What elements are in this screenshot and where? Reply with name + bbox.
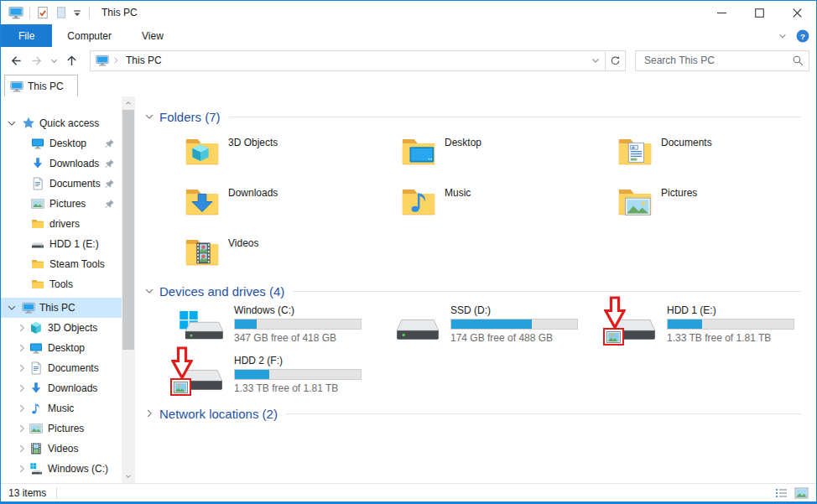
sidebar-item-documents[interactable]: Documents <box>1 358 122 378</box>
sidebar-section-label: Quick access <box>39 117 99 129</box>
group-header-folders[interactable]: Folders (7) <box>143 108 808 125</box>
chevron-right-icon[interactable] <box>16 322 28 334</box>
sidebar-item-downloads[interactable]: Downloads <box>1 153 122 174</box>
sidebar-scrollbar[interactable] <box>122 96 135 483</box>
search-box[interactable] <box>635 50 809 71</box>
sidebar-item-desktop[interactable]: Desktop <box>1 133 122 153</box>
refresh-button[interactable] <box>606 50 626 71</box>
address-dropdown[interactable] <box>586 55 605 65</box>
folder-icon <box>31 257 44 271</box>
navigation-pane: Quick accessDesktopDownloadsDocumentsPic… <box>1 96 135 483</box>
sidebar-section-this-pc[interactable]: This PC <box>1 298 122 318</box>
chevron-down-icon[interactable] <box>6 117 18 129</box>
scroll-down-button[interactable] <box>122 470 135 483</box>
folder-tile-documents[interactable]: Documents <box>586 130 803 180</box>
chevron-down-icon[interactable] <box>6 302 18 314</box>
ribbon-tab-view[interactable]: View <box>127 24 179 47</box>
chevron-right-icon[interactable] <box>16 382 28 394</box>
sidebar-item-label: Documents <box>49 178 101 190</box>
sidebar-item-desktop[interactable]: Desktop <box>1 338 122 358</box>
sidebar-item-hdd-1-e[interactable]: HDD 1 (E:) <box>1 234 122 254</box>
folder-tile-pictures[interactable]: Pictures <box>586 180 803 231</box>
details-view-button[interactable] <box>774 486 788 500</box>
drive-icon-wrap <box>611 303 658 348</box>
scrollbar-thumb[interactable] <box>122 110 134 350</box>
window-title: This PC <box>101 7 138 18</box>
folder-tile-downloads[interactable]: Downloads <box>154 180 370 231</box>
picture-badge-icon <box>606 331 621 343</box>
capacity-bar <box>234 319 362 330</box>
new-folder-quick-icon[interactable] <box>55 6 68 19</box>
drive-icon <box>395 309 440 345</box>
forward-button[interactable] <box>29 54 44 68</box>
help-icon[interactable]: ? <box>796 29 809 43</box>
up-button[interactable] <box>65 54 79 68</box>
chevron-right-icon[interactable] <box>16 403 28 414</box>
drive-tile-hdd-2-f[interactable]: HDD 2 (F:)1.33 TB free of 1.81 TB <box>154 353 370 403</box>
search-icon[interactable] <box>792 55 804 66</box>
folder-tile-desktop[interactable]: Desktop <box>370 130 586 180</box>
maximize-button[interactable] <box>741 1 778 24</box>
cube-icon <box>29 321 43 335</box>
sidebar-item-music[interactable]: Music <box>1 398 122 418</box>
drive-tile-ssd-d[interactable]: SSD (D:)174 GB free of 488 GB <box>370 303 586 353</box>
sidebar-item-pictures[interactable]: Pictures <box>1 194 122 214</box>
group-header-network-locations[interactable]: Network locations (2) <box>143 405 808 422</box>
group-header-line <box>293 291 801 292</box>
back-arrow-icon <box>9 54 23 68</box>
sidebar-item-drivers[interactable]: drivers <box>1 214 122 234</box>
sidebar-item-videos[interactable]: Videos <box>1 439 122 459</box>
ribbon-tab-computer[interactable]: Computer <box>52 24 127 47</box>
sidebar-item-windows-c[interactable]: Windows (C:) <box>1 459 122 479</box>
sidebar-section-quick-access[interactable]: Quick access <box>1 113 122 133</box>
back-button[interactable] <box>9 54 23 68</box>
recent-locations-dropdown[interactable] <box>49 56 59 65</box>
minimize-button[interactable] <box>703 1 741 24</box>
folder-tile-3d-objects[interactable]: 3D Objects <box>154 130 370 180</box>
folder-tile-label: Pictures <box>661 187 697 199</box>
sidebar-item-documents[interactable]: Documents <box>1 174 122 194</box>
chevron-right-icon[interactable] <box>143 408 155 419</box>
sidebar-item-pictures[interactable]: Pictures <box>1 418 122 439</box>
sidebar-item-label: Windows (C:) <box>48 463 108 475</box>
chevron-down-icon[interactable] <box>143 285 155 297</box>
folder-tile-videos[interactable]: Videos <box>154 231 370 281</box>
title-bar: This PC <box>1 1 816 24</box>
ribbon-tab-file[interactable]: File <box>1 24 52 47</box>
sidebar-item-3d-objects[interactable]: 3D Objects <box>1 318 122 338</box>
sidebar-item-tools[interactable]: Tools <box>1 274 122 294</box>
chevron-down-icon[interactable] <box>143 111 155 122</box>
status-separator <box>56 487 57 499</box>
group-header-devices-and-drives[interactable]: Devices and drives (4) <box>143 283 808 299</box>
collapse-ribbon-chevron-icon[interactable] <box>778 31 788 41</box>
chevron-right-icon[interactable] <box>16 423 28 434</box>
forward-arrow-icon <box>29 54 44 68</box>
scroll-up-button[interactable] <box>122 96 135 110</box>
drive-tile-hdd-1-e[interactable]: HDD 1 (E:)1.33 TB free of 1.81 TB <box>586 303 803 353</box>
sidebar-item-downloads[interactable]: Downloads <box>1 378 122 398</box>
sidebar-item-steam-tools[interactable]: Steam Tools <box>1 254 122 274</box>
sidebar-item-label: drivers <box>49 218 80 230</box>
group-title: Devices and drives (4) <box>159 284 284 299</box>
sidebar-item-label: Desktop <box>48 342 85 354</box>
explorer-tab-this-pc[interactable]: This PC <box>4 75 78 96</box>
drive-tile-windows-c[interactable]: Windows (C:)347 GB free of 418 GB <box>154 303 370 353</box>
search-input[interactable] <box>643 54 792 67</box>
drive-name: SSD (D:) <box>450 304 578 316</box>
chevron-right-icon[interactable] <box>16 342 28 354</box>
chevron-right-icon[interactable] <box>16 463 28 475</box>
breadcrumb-chevron-icon[interactable] <box>111 55 121 65</box>
breadcrumb[interactable]: This PC <box>126 55 162 66</box>
properties-quick-icon[interactable] <box>36 6 49 19</box>
free-space-text: 174 GB free of 488 GB <box>450 332 578 344</box>
large-icons-view-button[interactable] <box>794 486 809 500</box>
sidebar-item-label: Steam Tools <box>49 258 105 270</box>
customize-qat-dropdown-icon[interactable] <box>71 7 83 18</box>
chevron-right-icon[interactable] <box>16 362 28 374</box>
download-icon <box>31 157 44 170</box>
address-bar[interactable]: This PC <box>90 50 606 71</box>
chevron-right-icon[interactable] <box>16 443 28 455</box>
red-arrow-annotation <box>171 346 193 380</box>
close-button[interactable] <box>778 1 816 24</box>
folder-tile-music[interactable]: Music <box>370 180 586 231</box>
